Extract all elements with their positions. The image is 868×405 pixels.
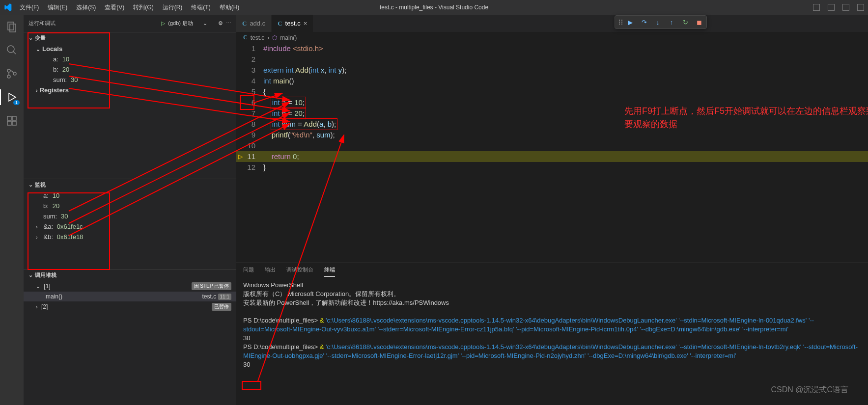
editor-area: Cadd.c Ctest.c× ▶ ↷ ↓ ↑ ↻ ◼ Ctest.c › ⬡ … <box>236 15 868 405</box>
sidebar-title: 运行和调试 <box>28 20 56 27</box>
vscode-logo <box>4 3 12 11</box>
source-control-icon[interactable] <box>5 67 19 81</box>
start-debug-button[interactable]: ▷ (gdb) 启动 ⌄ <box>157 19 215 28</box>
watch-a[interactable]: a: 10 <box>24 190 236 201</box>
terminal-output-2: 30 <box>243 360 861 369</box>
paused-badge-2: 已暂停 <box>212 303 231 311</box>
debug-icon[interactable]: 1 <box>5 90 19 104</box>
execution-pointer-icon: ▷ <box>238 151 243 162</box>
locals-header[interactable]: ⌄Locals <box>24 44 236 54</box>
menu-help[interactable]: 帮助(H) <box>216 1 244 14</box>
menu-run[interactable]: 运行(R) <box>159 1 187 14</box>
play-icon: ▷ <box>161 20 165 27</box>
launch-config-label: (gdb) 启动 <box>168 20 193 27</box>
sidebar-header: 运行和调试 ▷ (gdb) 启动 ⌄ ⚙ ⋯ <box>24 15 236 32</box>
stop-button[interactable]: ◼ <box>695 18 703 27</box>
watch-addr-b[interactable]: › &b: 0x61fe18 <box>24 232 236 242</box>
svg-rect-11 <box>12 116 16 120</box>
continue-button[interactable]: ▶ <box>626 18 635 27</box>
svg-point-4 <box>7 69 10 72</box>
var-a[interactable]: a: 10 <box>24 54 236 64</box>
tab-add-c[interactable]: Cadd.c <box>236 15 272 32</box>
watch-header[interactable]: ⌄监视 <box>24 179 236 190</box>
svg-rect-10 <box>12 121 16 125</box>
annotation-text: 先用F9打上断点，然后F5开始调试就可以在左边的信息栏观察到各种你所想要观察的数… <box>624 105 868 131</box>
restart-button[interactable]: ↻ <box>681 18 690 27</box>
panel-tab-terminal[interactable]: 终端 <box>324 266 335 277</box>
search-icon[interactable] <box>5 43 19 57</box>
menu-bar: 文件(F) 编辑(E) 选择(S) 查看(V) 转到(G) 运行(R) 终端(T… <box>16 1 243 14</box>
panel-right-icon[interactable] <box>842 4 849 11</box>
menu-goto[interactable]: 转到(G) <box>129 1 157 14</box>
callstack-section: ⌄调用堆栈 ⌄ [1]因 STEP 已暂停 main()test.c 11:1 … <box>24 269 236 312</box>
window-title: test.c - multiple_files - Visual Studio … <box>380 4 488 11</box>
panel-tabs: 问题 输出 调试控制台 终端 <box>236 263 868 277</box>
watch-sum[interactable]: sum: 30 <box>24 211 236 221</box>
menu-file[interactable]: 文件(F) <box>16 1 43 14</box>
explorer-icon[interactable] <box>5 20 19 33</box>
chevron-down-icon: ⌄ <box>28 272 33 278</box>
step-over-button[interactable]: ↷ <box>640 18 648 27</box>
panel-bottom-icon[interactable] <box>828 4 835 11</box>
svg-point-5 <box>7 75 10 78</box>
bottom-panel: 问题 输出 调试控制台 终端 Windows PowerShell 版权所有（C… <box>236 263 868 405</box>
watch-section: ⌄监视 a: 10 b: 20 sum: 30 › &a: 0x61fe1c ›… <box>24 179 236 242</box>
tab-test-c[interactable]: Ctest.c× <box>272 15 313 32</box>
menu-terminal[interactable]: 终端(T) <box>187 1 214 14</box>
svg-rect-9 <box>7 121 11 125</box>
var-b[interactable]: b: 20 <box>24 64 236 75</box>
c-file-icon: C <box>278 20 282 27</box>
panel-tab-output[interactable]: 输出 <box>265 266 276 277</box>
editor-tabs: Cadd.c Ctest.c× <box>236 15 868 32</box>
chevron-down-icon[interactable]: ⌄ <box>203 20 207 27</box>
var-sum[interactable]: sum: 30 <box>24 75 236 85</box>
breadcrumb[interactable]: Ctest.c › ⬡ main() <box>236 32 868 43</box>
debug-badge: 1 <box>13 100 20 105</box>
step-out-button[interactable]: ↑ <box>667 18 676 27</box>
svg-rect-1 <box>10 24 16 32</box>
panel-left-icon[interactable] <box>813 4 820 11</box>
svg-rect-8 <box>7 116 11 120</box>
extensions-icon[interactable] <box>5 114 19 128</box>
svg-line-3 <box>13 52 16 54</box>
terminal-output-1: 30 <box>243 334 861 343</box>
thread-1[interactable]: ⌄ [1]因 STEP 已暂停 <box>24 281 236 292</box>
step-into-button[interactable]: ↓ <box>653 18 662 27</box>
title-bar: 文件(F) 编辑(E) 选择(S) 查看(V) 转到(G) 运行(R) 终端(T… <box>0 0 868 15</box>
chevron-down-icon: ⌄ <box>28 182 33 188</box>
layout-icon[interactable] <box>857 4 864 11</box>
c-file-icon: C <box>242 20 247 27</box>
menu-view[interactable]: 查看(V) <box>101 1 128 14</box>
layout-controls <box>813 4 864 11</box>
panel-tab-debug-console[interactable]: 调试控制台 <box>286 266 313 277</box>
drag-handle[interactable] <box>618 20 621 25</box>
svg-point-2 <box>7 46 14 53</box>
menu-edit[interactable]: 编辑(E) <box>44 1 71 14</box>
chevron-down-icon: ⌄ <box>28 35 33 41</box>
thread-2[interactable]: › [2]已暂停 <box>24 301 236 312</box>
watch-b[interactable]: b: 20 <box>24 201 236 211</box>
more-icon[interactable]: ⋯ <box>226 20 231 27</box>
sidebar: 运行和调试 ▷ (gdb) 启动 ⌄ ⚙ ⋯ ⌄变量 ⌄Locals a: 10… <box>24 15 236 405</box>
stack-frame-main[interactable]: main()test.c 11:1 <box>24 292 236 301</box>
debug-toolbar[interactable]: ▶ ↷ ↓ ↑ ↻ ◼ <box>615 15 707 29</box>
panel-tab-problems[interactable]: 问题 <box>243 266 254 277</box>
c-file-icon: C <box>243 34 248 41</box>
close-icon[interactable]: × <box>304 20 308 27</box>
registers-header[interactable]: ›Registers <box>24 85 236 95</box>
activity-bar: 1 <box>0 15 24 405</box>
watch-addr-a[interactable]: › &a: 0x61fe1c <box>24 221 236 232</box>
svg-rect-0 <box>8 22 14 30</box>
variables-header[interactable]: ⌄变量 <box>24 32 236 44</box>
menu-select[interactable]: 选择(S) <box>72 1 100 14</box>
code-editor[interactable]: 1#include <stdio.h> 2 3extern int Add(in… <box>236 43 868 173</box>
watermark: CSDN @沉浸式C语言 <box>771 385 848 395</box>
callstack-header[interactable]: ⌄调用堆栈 <box>24 270 236 281</box>
paused-badge: 因 STEP 已暂停 <box>192 282 232 290</box>
variables-section: ⌄变量 ⌄Locals a: 10 b: 20 sum: 30 ›Registe… <box>24 32 236 95</box>
symbol-icon: ⬡ <box>272 34 277 41</box>
svg-point-6 <box>13 72 16 75</box>
gear-icon[interactable]: ⚙ <box>218 20 223 27</box>
